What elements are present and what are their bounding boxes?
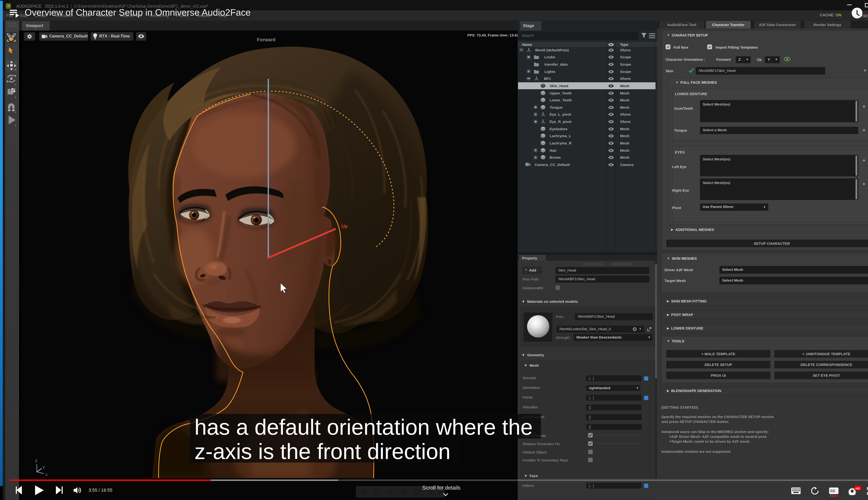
svg-text:Y: Y	[42, 465, 45, 470]
svg-text:Z: Z	[35, 459, 37, 463]
svg-text:Up: Up	[341, 224, 348, 229]
svg-text:X: X	[45, 473, 48, 477]
svg-text:Forward: Forward	[257, 37, 275, 42]
